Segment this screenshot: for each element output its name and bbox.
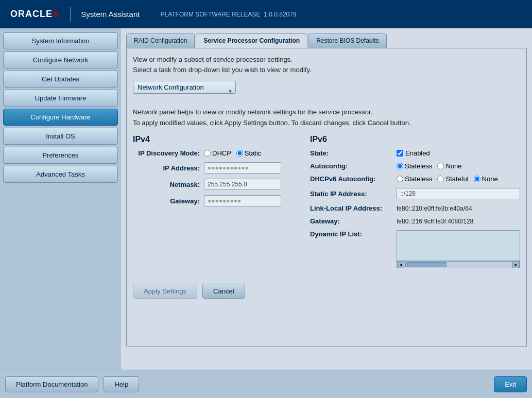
sidebar-item-get-updates[interactable]: Get Updates [3,71,118,88]
autoconfig-radio-group: Stateless None [397,162,462,170]
oracle-logo: ORACLE® [10,9,60,20]
static-radio-option[interactable]: Static [236,149,262,157]
netmask-input[interactable] [204,179,281,190]
scrollbar-thumb[interactable] [405,262,447,267]
sidebar-item-configure-network[interactable]: Configure Network [3,51,118,68]
ip-address-label: IP Address: [133,164,200,172]
ip-address-input[interactable] [204,162,281,174]
header-release: PLATFORM SOFTWARE RELEASE 1.0.0.82079 [160,11,296,18]
ipv4-section: IPv4 IP Discovery Mode: DHCP Static [133,135,300,273]
sidebar: System Information Configure Network Get… [0,28,121,370]
dhcpv6-none-option[interactable]: None [474,175,498,183]
tab-restore-bios[interactable]: Restore BIOS Defaults [308,33,386,48]
dhcpv6-stateless-radio[interactable] [397,176,403,182]
ip-discovery-radio-group: DHCP Static [204,149,261,157]
netmask-label: Netmask: [133,181,200,188]
sidebar-item-configure-hardware[interactable]: Configure Hardware [3,109,118,126]
static-radio[interactable] [236,150,243,157]
network-columns: IPv4 IP Discovery Mode: DHCP Static [133,135,520,273]
sidebar-item-install-os[interactable]: Install OS [3,128,118,145]
header-divider [70,7,71,22]
scrollbar-right-arrow[interactable]: ► [512,261,520,268]
dynamic-ip-row: Dynamic IP List: ◄ ► [310,230,520,268]
autoconfig-stateless-label: Stateless [405,162,432,170]
ipv6-static-ip-label: Static IP Address: [310,190,392,198]
cancel-button[interactable]: Cancel [202,284,245,299]
ipv6-title: IPv6 [310,135,520,144]
dhcpv6-stateless-label: Stateless [405,175,432,183]
gateway-label: Gateway: [133,197,200,205]
ipv6-autoconfig-label: Autoconfig: [310,162,392,170]
tab-bar: RAID Configuration Service Processor Con… [126,33,527,48]
netmask-row: Netmask: [133,179,300,190]
ipv6-state-row: State: Enabled [310,149,520,157]
ipv6-static-ip-row: Static IP Address: [310,188,520,199]
dhcp-radio[interactable] [204,150,211,157]
sidebar-item-advanced-tasks[interactable]: Advanced Tasks [3,166,118,183]
ipv6-state-label: State: [310,149,392,157]
ipv6-enabled-checkbox[interactable] [397,150,403,157]
dhcpv6-label: DHCPv6 Autoconfig: [310,175,392,183]
ipv6-static-ip-input[interactable] [397,188,520,199]
help-button[interactable]: Help [104,376,139,392]
ipv6-autoconfig-row: Autoconfig: Stateless None [310,162,520,170]
ipv4-title: IPv4 [133,135,300,144]
sidebar-item-update-firmware[interactable]: Update Firmware [3,90,118,107]
dhcpv6-stateful-option[interactable]: Stateful [437,175,468,183]
ipv6-link-local-row: Link-Local IP Address: fe80::210:e0ff:fe… [310,204,520,212]
ipv6-link-local-value: fe80::210:e0ff:fe3b:e40a/64 [397,205,472,212]
dhcpv6-stateful-label: Stateful [445,175,468,183]
ip-discovery-row: IP Discovery Mode: DHCP Static [133,149,300,157]
description-text: View or modify a subset of service proce… [133,55,520,75]
ipv6-gateway-value: fe80::216:9cff:fe3f:4080/128 [397,218,473,225]
header: ORACLE® System Assistant PLATFORM SOFTWA… [0,0,532,28]
ip-address-row: IP Address: [133,162,300,174]
tab-sp-config[interactable]: Service Processor Configuration [196,33,307,48]
dynamic-ip-list[interactable] [397,230,520,261]
dynamic-ip-label: Dynamic IP List: [310,230,392,238]
ip-discovery-label: IP Discovery Mode: [133,149,200,157]
dynamic-ip-scrollbar[interactable]: ◄ ► [397,261,520,268]
network-panel-desc: Network panel helps to view or modify ne… [133,108,520,116]
autoconfig-none-label: None [445,162,461,170]
ipv6-state-value: Enabled [405,149,430,157]
ipv6-enabled-checkbox-option[interactable]: Enabled [397,149,430,157]
apply-settings-button[interactable]: Apply Settings [133,284,197,299]
footer: Platform Documentation Help Exit [0,370,532,398]
apply-warning: To apply modified values, click Apply Se… [133,119,520,127]
static-label: Static [245,149,262,157]
dhcp-label: DHCP [212,149,231,157]
tab-raid-config[interactable]: RAID Configuration [126,33,195,48]
autoconfig-none-option[interactable]: None [437,162,461,170]
autoconfig-stateless-radio[interactable] [397,163,403,169]
gateway-input[interactable] [204,195,281,206]
dhcpv6-stateless-option[interactable]: Stateless [397,175,432,183]
ipv6-link-local-label: Link-Local IP Address: [310,204,392,212]
dhcpv6-stateful-radio[interactable] [437,176,444,182]
network-config-select[interactable]: Network Configuration [133,81,236,94]
header-app-name: System Assistant [81,10,140,19]
tab-panel: View or modify a subset of service proce… [126,48,527,347]
scrollbar-left-arrow[interactable]: ◄ [397,261,404,268]
ipv6-section: IPv6 State: Enabled Autoconfig: [310,135,520,273]
gateway-row: Gateway: [133,195,300,206]
content-area: RAID Configuration Service Processor Con… [121,28,532,370]
sidebar-item-preferences[interactable]: Preferences [3,147,118,164]
dhcp-radio-option[interactable]: DHCP [204,149,231,157]
bottom-buttons: Apply Settings Cancel [133,284,520,299]
dhcpv6-none-label: None [482,175,498,183]
sidebar-item-system-information[interactable]: System Information [3,32,118,49]
autoconfig-stateless-option[interactable]: Stateless [397,162,432,170]
main-container: System Information Configure Network Get… [0,28,532,370]
network-config-select-wrapper[interactable]: Network Configuration [133,81,236,101]
ipv6-gateway-row: Gateway: fe80::216:9cff:fe3f:4080/128 [310,217,520,225]
exit-button[interactable]: Exit [494,376,527,392]
autoconfig-none-radio[interactable] [437,163,444,169]
ipv6-gateway-label: Gateway: [310,217,392,225]
dhcpv6-radio-group: Stateless Stateful None [397,175,498,183]
platform-doc-button[interactable]: Platform Documentation [5,376,98,392]
dhcpv6-row: DHCPv6 Autoconfig: Stateless Stateful [310,175,520,183]
dhcpv6-none-radio[interactable] [474,176,480,182]
